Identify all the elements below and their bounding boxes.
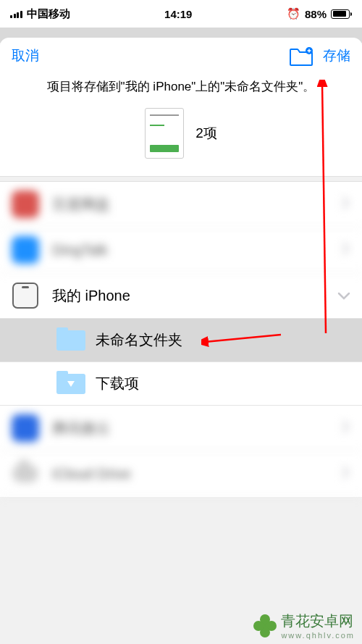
battery-icon xyxy=(331,9,352,19)
save-button[interactable]: 存储 xyxy=(323,46,350,65)
status-left: 中国移动 xyxy=(10,7,70,21)
app-icon xyxy=(12,236,39,264)
app-icon xyxy=(12,414,39,442)
save-sheet: 取消 存储 项目将存储到"我的 iPhone"上的"未命名文件夹"。 2项 xyxy=(0,38,362,176)
chevron-right-icon xyxy=(342,196,350,213)
chevron-right-icon xyxy=(342,420,350,437)
status-right: ⏰ 88% xyxy=(287,7,352,20)
folder-light-icon xyxy=(56,329,85,352)
destination-info-text: 项目将存储到"我的 iPhone"上的"未命名文件夹"。 xyxy=(0,71,362,105)
location-row-blurred-3[interactable]: 腾讯微云 xyxy=(0,406,362,451)
app-icon xyxy=(12,191,39,218)
location-label: DingTalk xyxy=(52,242,342,259)
location-label: 腾讯微云 xyxy=(52,419,342,438)
location-row-blurred-1[interactable]: 百度网盘 xyxy=(0,182,362,227)
signal-icon xyxy=(10,10,22,18)
sheet-toolbar: 取消 存储 xyxy=(0,38,362,71)
status-time: 14:19 xyxy=(164,8,192,20)
location-label: 未命名文件夹 xyxy=(96,330,350,350)
battery-pct: 88% xyxy=(305,8,327,20)
phone-icon xyxy=(12,282,39,309)
chevron-right-icon xyxy=(342,242,350,259)
watermark-title: 青花安卓网 xyxy=(281,611,355,631)
watermark-url: www.qhhlv.com xyxy=(281,631,355,640)
location-row-icloud-drive[interactable]: iCloud Drive xyxy=(0,451,362,497)
cloud-icon xyxy=(12,460,39,488)
document-thumbnail xyxy=(145,108,184,159)
item-count-label: 2项 xyxy=(195,124,217,143)
location-label: 下载项 xyxy=(96,374,350,393)
chevron-right-icon xyxy=(342,466,350,482)
location-label: iCloud Drive xyxy=(52,466,342,482)
location-label: 我的 iPhone xyxy=(52,286,337,306)
folder-dl-icon xyxy=(56,372,85,396)
new-folder-icon[interactable] xyxy=(290,47,311,64)
cancel-button[interactable]: 取消 xyxy=(12,46,39,65)
watermark: 青花安卓网 www.qhhlv.com xyxy=(253,611,355,640)
location-row-unnamed-folder[interactable]: 未命名文件夹 xyxy=(0,319,362,362)
clover-icon xyxy=(253,614,277,637)
locations-list: 百度网盘DingTalk我的 iPhone未命名文件夹下载项腾讯微云iCloud… xyxy=(0,182,362,497)
alarm-icon: ⏰ xyxy=(287,7,300,20)
location-label: 百度网盘 xyxy=(52,195,342,214)
preview-row: 2项 xyxy=(0,105,362,176)
carrier-label: 中国移动 xyxy=(27,7,70,21)
chevron-down-icon xyxy=(337,288,350,304)
location-row-on-my-iphone[interactable]: 我的 iPhone xyxy=(0,273,362,319)
location-row-downloads[interactable]: 下载项 xyxy=(0,362,362,406)
location-row-blurred-2[interactable]: DingTalk xyxy=(0,227,362,273)
section-separator xyxy=(0,176,362,182)
status-bar: 中国移动 14:19 ⏰ 88% xyxy=(0,0,362,28)
